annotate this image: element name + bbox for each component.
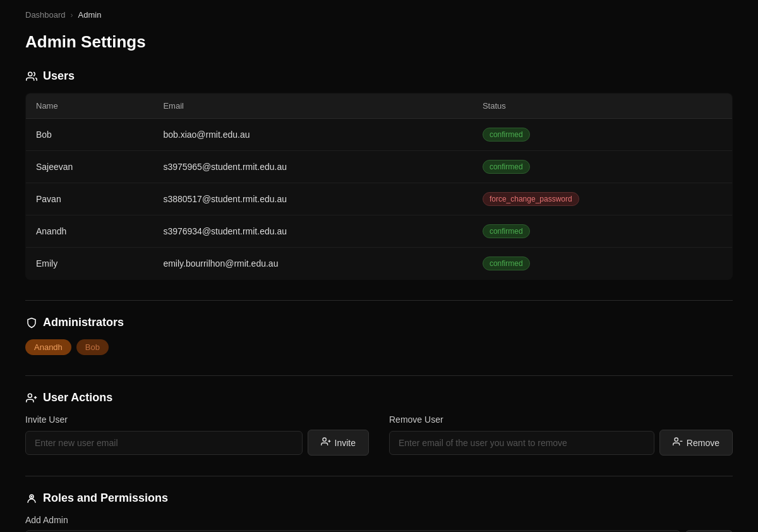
users-icon (25, 70, 38, 83)
svg-point-7 (675, 438, 678, 441)
user-name-cell: Emily (26, 248, 153, 280)
user-plus-icon (25, 392, 38, 404)
remove-user-group: Remove User Remove (389, 414, 733, 456)
user-actions-header: User Actions (25, 391, 733, 404)
users-section: Users Name Email Status Bobbob.xiao@rmit… (25, 70, 733, 280)
breadcrumb-separator: › (71, 11, 73, 20)
user-actions-grid: Invite User Invite (25, 414, 733, 456)
col-header-email: Email (153, 94, 472, 119)
remove-user-button[interactable]: Remove (659, 430, 733, 456)
page-title: Admin Settings (25, 32, 733, 52)
user-status-cell: confirmed (472, 215, 733, 248)
invite-user-row: Invite (25, 430, 369, 456)
admin-badges: Anandh Bob (25, 339, 733, 355)
user-status-cell: confirmed (472, 151, 733, 183)
remove-btn-label: Remove (687, 438, 719, 448)
user-status-cell: force_change_password (472, 183, 733, 215)
status-badge: confirmed (483, 257, 530, 270)
breadcrumb-dashboard[interactable]: Dashboard (25, 10, 66, 20)
user-email-cell: s3880517@student.rmit.edu.au (153, 183, 472, 215)
roles-section-title: Roles and Permissions (43, 492, 168, 505)
user-email-cell: emily.bourrilhon@rmit.edu.au (153, 248, 472, 280)
col-header-name: Name (26, 94, 153, 119)
table-row: Sajeevans3975965@student.rmit.edu.auconf… (26, 151, 733, 183)
invite-email-input[interactable] (25, 431, 303, 455)
table-row: Pavans3880517@student.rmit.edu.auforce_c… (26, 183, 733, 215)
remove-user-row: Remove (389, 430, 733, 456)
users-section-title: Users (43, 70, 75, 83)
divider-1 (25, 300, 733, 301)
add-admin-group: Add Admin Add (25, 515, 733, 532)
table-row: Bobbob.xiao@rmit.edu.auconfirmed (26, 119, 733, 151)
user-email-cell: s3975965@student.rmit.edu.au (153, 151, 472, 183)
status-badge: confirmed (483, 128, 530, 142)
user-name-cell: Bob (26, 119, 153, 151)
svg-point-1 (28, 394, 32, 397)
user-name-cell: Sajeevan (26, 151, 153, 183)
admin-badge-anandh: Anandh (25, 339, 71, 355)
svg-point-4 (323, 438, 326, 441)
user-status-cell: confirmed (472, 248, 733, 280)
invite-user-label: Invite User (25, 414, 369, 425)
divider-3 (25, 476, 733, 476)
add-admin-label: Add Admin (25, 515, 733, 525)
breadcrumb-current: Admin (78, 10, 102, 20)
users-table: Name Email Status Bobbob.xiao@rmit.edu.a… (25, 93, 733, 280)
admin-badge-bob: Bob (76, 339, 109, 355)
administrators-section: Administrators Anandh Bob (25, 316, 733, 355)
status-badge: confirmed (483, 160, 530, 174)
remove-user-label: Remove User (389, 414, 733, 425)
table-row: Anandhs3976934@student.rmit.edu.auconfir… (26, 215, 733, 248)
status-badge: force_change_password (483, 192, 579, 206)
table-row: Emilyemily.bourrilhon@rmit.edu.auconfirm… (26, 248, 733, 280)
remove-btn-icon (673, 437, 683, 449)
remove-email-input[interactable] (389, 431, 654, 455)
status-badge: confirmed (483, 224, 530, 238)
user-name-cell: Anandh (26, 215, 153, 248)
roles-icon (25, 492, 38, 505)
breadcrumb: Dashboard › Admin (25, 10, 733, 20)
col-header-status: Status (472, 94, 733, 119)
divider-2 (25, 375, 733, 376)
invite-user-group: Invite User Invite (25, 414, 369, 456)
invite-btn-icon (321, 437, 331, 449)
invite-btn-label: Invite (335, 438, 356, 448)
user-email-cell: s3976934@student.rmit.edu.au (153, 215, 472, 248)
administrators-section-header: Administrators (25, 316, 733, 329)
user-email-cell: bob.xiao@rmit.edu.au (153, 119, 472, 151)
roles-section: Roles and Permissions Add Admin Add Remo… (25, 492, 733, 532)
shield-icon (25, 317, 38, 329)
administrators-section-title: Administrators (43, 316, 124, 329)
svg-point-0 (28, 72, 32, 76)
roles-actions: Add Admin Add Remove Admin Remove (25, 515, 733, 532)
user-actions-section: User Actions Invite User (25, 391, 733, 456)
users-section-header: Users (25, 70, 733, 83)
svg-point-10 (31, 496, 32, 497)
invite-button[interactable]: Invite (308, 430, 369, 456)
user-status-cell: confirmed (472, 119, 733, 151)
user-name-cell: Pavan (26, 183, 153, 215)
user-actions-title: User Actions (43, 391, 112, 404)
roles-section-header: Roles and Permissions (25, 492, 733, 505)
